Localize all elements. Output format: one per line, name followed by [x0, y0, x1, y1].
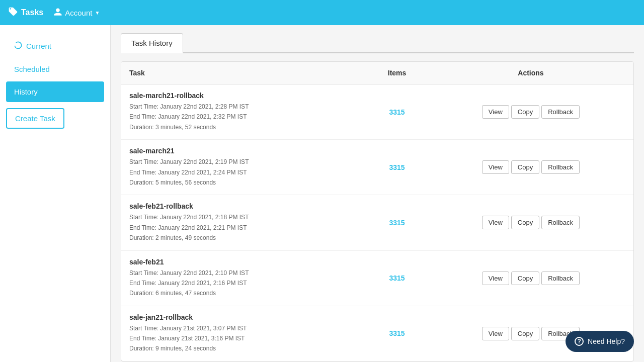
sidebar-item-scheduled[interactable]: Scheduled	[6, 59, 104, 79]
view-button[interactable]: View	[482, 160, 509, 174]
task-meta: Start Time: January 22nd 2021, 2:10 PM I…	[129, 268, 358, 299]
task-cell: sale-march21 Start Time: January 22nd 20…	[121, 140, 366, 195]
svg-point-0	[15, 42, 21, 48]
items-count: 3315	[374, 329, 420, 337]
table-row: sale-march21-rollback Start Time: Januar…	[121, 84, 633, 140]
sidebar-item-current-label: Current	[26, 42, 51, 50]
col-header-items: Items	[366, 62, 428, 84]
copy-button[interactable]: Copy	[511, 327, 539, 340]
table-row: sale-march21 Start Time: January 22nd 20…	[121, 140, 633, 195]
sidebar-item-history-label: History	[14, 87, 38, 96]
action-buttons: ViewCopyRollback	[482, 327, 580, 340]
task-name: sale-march21	[129, 147, 358, 155]
chevron-down-icon: ▼	[95, 10, 100, 16]
help-icon: ?	[575, 337, 584, 346]
sidebar-item-scheduled-label: Scheduled	[14, 65, 50, 73]
items-cell: 3315	[366, 140, 428, 195]
rollback-button[interactable]: Rollback	[541, 272, 580, 285]
copy-button[interactable]: Copy	[511, 160, 539, 174]
items-cell: 3315	[366, 195, 428, 250]
items-cell: 3315	[366, 306, 428, 361]
task-meta: Start Time: January 21st 2021, 3:07 PM I…	[129, 323, 358, 354]
view-button[interactable]: View	[482, 327, 509, 340]
main-content: Task History Task Items Actions sale-mar…	[111, 25, 644, 362]
rollback-button[interactable]: Rollback	[541, 160, 580, 174]
task-cell: sale-march21-rollback Start Time: Januar…	[121, 84, 366, 140]
table-row: sale-feb21-rollback Start Time: January …	[121, 195, 633, 250]
items-count: 3315	[374, 219, 420, 227]
items-cell: 3315	[366, 250, 428, 306]
rollback-button[interactable]: Rollback	[541, 216, 580, 229]
view-button[interactable]: View	[482, 272, 509, 285]
copy-button[interactable]: Copy	[511, 105, 539, 119]
tag-icon	[8, 7, 18, 19]
tab-bar: Task History	[121, 33, 634, 53]
view-button[interactable]: View	[482, 105, 509, 119]
layout: Current Scheduled History Create Task Ta…	[0, 25, 644, 362]
task-meta: Start Time: January 22nd 2021, 2:18 PM I…	[129, 212, 358, 243]
task-cell: sale-feb21-rollback Start Time: January …	[121, 195, 366, 250]
task-name: sale-march21-rollback	[129, 92, 358, 100]
action-buttons: ViewCopyRollback	[482, 105, 580, 119]
task-name: sale-feb21-rollback	[129, 202, 358, 210]
items-count: 3315	[374, 163, 420, 171]
table-row: sale-jan21-rollback Start Time: January …	[121, 306, 633, 361]
copy-button[interactable]: Copy	[511, 216, 539, 229]
account-menu[interactable]: Account ▼	[53, 8, 100, 18]
account-label: Account	[65, 9, 92, 17]
rollback-button[interactable]: Rollback	[541, 105, 580, 119]
task-name: sale-feb21	[129, 258, 358, 266]
items-cell: 3315	[366, 84, 428, 140]
brand: Tasks	[8, 7, 43, 19]
sidebar-item-current[interactable]: Current	[6, 35, 104, 57]
sidebar-item-history[interactable]: History	[6, 81, 104, 102]
actions-cell: ViewCopyRollback	[428, 84, 633, 140]
action-buttons: ViewCopyRollback	[482, 272, 580, 285]
actions-cell: ViewCopyRollback	[428, 250, 633, 306]
sidebar: Current Scheduled History Create Task	[0, 25, 111, 362]
action-buttons: ViewCopyRollback	[482, 160, 580, 174]
view-button[interactable]: View	[482, 216, 509, 229]
col-header-actions: Actions	[428, 62, 633, 84]
task-history-table: Task Items Actions sale-march21-rollback…	[121, 61, 634, 361]
create-task-button[interactable]: Create Task	[6, 108, 64, 129]
task-cell: sale-feb21 Start Time: January 22nd 2021…	[121, 250, 366, 306]
actions-cell: ViewCopyRollback	[428, 195, 633, 250]
tab-task-history[interactable]: Task History	[121, 33, 183, 53]
task-cell: sale-jan21-rollback Start Time: January …	[121, 306, 366, 361]
task-meta: Start Time: January 22nd 2021, 2:28 PM I…	[129, 102, 358, 132]
items-count: 3315	[374, 108, 420, 116]
action-buttons: ViewCopyRollback	[482, 216, 580, 229]
task-meta: Start Time: January 22nd 2021, 2:19 PM I…	[129, 157, 358, 188]
col-header-task: Task	[121, 62, 366, 84]
brand-label: Tasks	[21, 8, 43, 17]
user-icon	[53, 8, 62, 18]
items-count: 3315	[374, 274, 420, 282]
sidebar-nav: Current Scheduled History	[0, 35, 110, 102]
copy-button[interactable]: Copy	[511, 272, 539, 285]
actions-cell: ViewCopyRollback	[428, 140, 633, 195]
task-name: sale-jan21-rollback	[129, 313, 358, 321]
header: Tasks Account ▼	[0, 0, 644, 25]
need-help-button[interactable]: ? Need Help?	[566, 331, 634, 352]
table-row: sale-feb21 Start Time: January 22nd 2021…	[121, 250, 633, 306]
spinner-icon	[14, 41, 22, 51]
need-help-label: Need Help?	[588, 337, 625, 345]
